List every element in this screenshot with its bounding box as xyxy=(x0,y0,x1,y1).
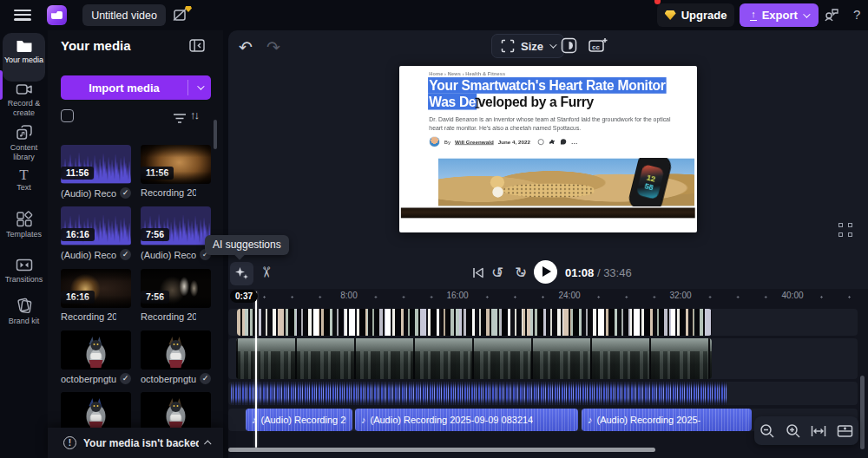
playhead-time-label[interactable]: 0:37 xyxy=(230,290,258,303)
split-scissors-button[interactable]: ✂ xyxy=(257,265,275,278)
timeline: 8:00 16:00 24:00 32:00 40:00 ♪ (Audio) R… xyxy=(228,289,868,458)
duration-badge: 11:56 xyxy=(61,167,94,180)
media-item-label: (Audio) Recor... xyxy=(61,250,116,260)
backup-notice-text: Your media isn't backed up xyxy=(83,437,199,449)
redo-button[interactable]: ↷ xyxy=(266,37,280,57)
import-media-button[interactable]: Import media xyxy=(61,75,211,100)
image-thumbnail xyxy=(141,330,211,370)
zoom-out-icon[interactable] xyxy=(760,423,775,439)
filter-icon[interactable] xyxy=(173,112,187,128)
media-item-label: octoberpngtu... xyxy=(141,374,196,384)
clipchamp-editor: Untitled video Upgrade ↑ Export ? Your m… xyxy=(0,0,868,458)
furry-character-art xyxy=(141,392,211,428)
app-logo-icon[interactable] xyxy=(47,5,67,25)
brand-kit-icon xyxy=(16,298,33,314)
social-icons: ... xyxy=(538,139,578,145)
top-bar: Untitled video Upgrade ↑ Export ? xyxy=(0,0,868,30)
help-icon[interactable]: ? xyxy=(853,7,860,22)
media-item[interactable] xyxy=(141,392,211,428)
media-item[interactable]: 11:56 Recording 2025-... xyxy=(141,145,211,198)
media-panel: Your media Import media ↑↓ 11:56 (Audio)… xyxy=(48,30,223,458)
media-item[interactable]: 7:56 Recording 2025-... xyxy=(141,269,211,322)
select-all-checkbox[interactable] xyxy=(61,109,74,122)
fit-timeline-icon[interactable] xyxy=(837,423,853,438)
color-filter-icon[interactable] xyxy=(561,37,577,57)
sidebar-item-record-create[interactable]: Record & create xyxy=(2,82,46,117)
image-thumbnail xyxy=(61,330,131,370)
export-button[interactable]: ↑ Export xyxy=(740,3,819,27)
social-icon-twitter xyxy=(549,140,556,145)
ruler-tick: 32:00 xyxy=(665,291,696,300)
sort-icon[interactable]: ↑↓ xyxy=(190,108,198,121)
collapse-panel-icon[interactable] xyxy=(189,39,205,56)
fit-to-screen-icon[interactable] xyxy=(811,424,826,438)
sidebar-item-brand-kit[interactable]: Brand kit xyxy=(2,298,46,326)
audio-clip-waveform[interactable] xyxy=(231,382,727,405)
project-title[interactable]: Untitled video xyxy=(82,4,166,26)
import-options-chevron[interactable] xyxy=(188,85,211,90)
skip-to-start-button[interactable] xyxy=(470,265,485,284)
media-panel-title: Your media xyxy=(61,38,131,53)
upgrade-button[interactable]: Upgrade xyxy=(657,3,734,27)
furry-character-art xyxy=(61,392,131,428)
sidebar-item-text[interactable]: T Text xyxy=(2,171,46,192)
video-clip-filmstrip-1[interactable] xyxy=(237,309,712,336)
size-toolbar[interactable]: Size xyxy=(491,34,564,58)
media-item[interactable]: octoberpngtu...✓ xyxy=(141,330,211,384)
sidebar-item-templates[interactable]: Templates xyxy=(2,211,46,239)
social-icon-threads xyxy=(538,139,544,145)
timecode: 01:08 / 33:46 xyxy=(565,266,632,279)
sidebar-item-content-library[interactable]: Content library xyxy=(2,124,46,161)
duration-badge: 16:16 xyxy=(61,228,95,241)
video-thumbnail: 11:56 xyxy=(141,145,211,184)
feedback-icon[interactable] xyxy=(824,8,839,22)
media-item[interactable]: 16:16 Recording 2025-... xyxy=(61,269,131,322)
timeline-horizontal-scrollbar[interactable] xyxy=(228,448,655,452)
total-time: 33:46 xyxy=(603,266,632,279)
image-thumbnail xyxy=(61,392,131,428)
chevron-up-icon[interactable] xyxy=(204,440,211,447)
author-name: Will Greenwald xyxy=(455,139,494,145)
article-dark-image xyxy=(401,207,695,218)
zoom-in-icon[interactable] xyxy=(786,423,801,439)
article-photo-cheetah: 12 58 xyxy=(438,159,694,206)
video-clip-filmstrip-2[interactable] xyxy=(236,338,712,379)
audio-clip[interactable]: ♪ (Audio) Recording 2025- xyxy=(582,409,752,431)
ai-suggestions-button[interactable] xyxy=(230,262,253,285)
media-item[interactable]: 7:56 (Audio) Recor...✓ xyxy=(141,206,211,260)
playhead[interactable] xyxy=(255,291,257,448)
play-button[interactable] xyxy=(534,260,557,284)
export-label: Export xyxy=(762,9,798,22)
audio-thumbnail: 16:16 xyxy=(61,206,131,245)
chevron-down-icon xyxy=(549,41,556,48)
resize-icon xyxy=(501,39,515,53)
article-byline: By Will Greenwald June 4, 2022 ... xyxy=(429,136,578,147)
audio-clip[interactable]: ♪ (Audio) Recording 2025-09-09 083214 xyxy=(355,409,578,431)
undo-button[interactable]: ↶ xyxy=(239,37,253,57)
ruler-minor-ticks[interactable] xyxy=(235,296,862,298)
duration-badge: 11:56 xyxy=(141,167,174,180)
social-icon-share xyxy=(561,139,566,144)
check-badge-icon: ✓ xyxy=(120,373,131,384)
backup-notice-bar[interactable]: ! Your media isn't backed up xyxy=(48,428,223,458)
preview-area: ↶ ↷ Size cc Home › News › Health & Fitne… xyxy=(228,30,868,289)
menu-icon[interactable] xyxy=(14,10,31,21)
music-note-icon: ♪ xyxy=(588,415,593,425)
timeline-vertical-scrollbar[interactable] xyxy=(860,376,865,449)
fullscreen-icon[interactable] xyxy=(838,223,852,237)
media-item[interactable]: 16:16 (Audio) Recor...✓ xyxy=(61,206,131,260)
sidebar-item-your-media[interactable]: Your media xyxy=(2,38,46,65)
chevron-down-icon xyxy=(803,10,810,17)
rewind-5s-button[interactable]: ↺5 xyxy=(491,264,509,281)
forward-5s-button[interactable]: ↻5 xyxy=(515,264,532,281)
article-headline-line2: Was Developed by a Furry xyxy=(428,94,594,109)
media-panel-scrollbar[interactable] xyxy=(214,120,217,149)
media-item[interactable]: octoberpngtu...✓ xyxy=(61,330,131,384)
media-item[interactable]: 11:56 (Audio) Recor...✓ xyxy=(61,145,131,199)
sidebar-item-transitions[interactable]: Transitions xyxy=(2,258,46,285)
captions-icon[interactable]: cc xyxy=(589,37,608,57)
watermark-disabled-icon[interactable] xyxy=(173,6,192,23)
watch-screen: 12 58 xyxy=(636,164,665,200)
audio-clip[interactable]: ♪ (Audio) Recording 20 xyxy=(246,409,352,431)
media-item[interactable] xyxy=(61,392,131,428)
